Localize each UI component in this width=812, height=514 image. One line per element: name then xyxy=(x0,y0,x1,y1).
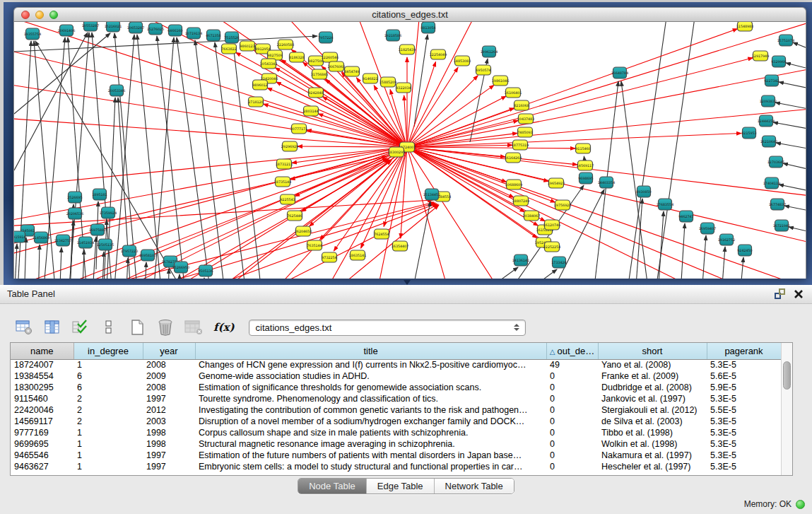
citation-edge-black[interactable] xyxy=(14,36,317,52)
table-cell[interactable]: 0 xyxy=(546,461,598,472)
graph-node[interactable]: 16354407 xyxy=(392,241,408,251)
graph-node[interactable]: 15216021 xyxy=(105,22,122,32)
graph-node[interactable]: 11456869 xyxy=(33,232,49,243)
graph-node[interactable]: 25266950 xyxy=(172,262,189,273)
graph-node[interactable]: 19756928 xyxy=(554,200,571,210)
graph-node[interactable]: 15134451 xyxy=(423,189,440,200)
table-cell[interactable]: Investigating the contribution of common… xyxy=(195,404,546,416)
graph-node[interactable]: 3915914 xyxy=(14,231,26,243)
citation-edge-red[interactable] xyxy=(407,29,738,147)
citation-edge-black[interactable] xyxy=(509,269,557,279)
graph-node[interactable]: 14403354 xyxy=(598,177,615,188)
graph-node[interactable]: 12254049 xyxy=(430,49,447,59)
graph-node[interactable]: 19861046 xyxy=(492,76,509,86)
window-titlebar[interactable]: citations_edges.txt xyxy=(13,7,806,22)
table-cell[interactable]: Tibbo et al. (1998) xyxy=(598,427,707,438)
graph-node[interactable]: 8186328 xyxy=(289,52,304,62)
table-row[interactable]: 2242004622012Investigating the contribut… xyxy=(11,404,781,416)
table-cell[interactable]: 19384554 xyxy=(11,370,73,382)
table-cell[interactable]: 9699695 xyxy=(11,438,73,450)
graph-node[interactable]: 7515526 xyxy=(224,32,239,43)
graph-node[interactable]: 18731211 xyxy=(276,159,293,169)
table-cell[interactable]: 9115460 xyxy=(11,393,73,404)
table-cell[interactable]: 5.6E-5 xyxy=(707,370,781,382)
table-cell[interactable]: 1997 xyxy=(143,393,195,404)
graph-node[interactable]: 22252254 xyxy=(543,242,560,252)
tab-edge-table[interactable]: Edge Table xyxy=(367,479,435,493)
citation-edge-black[interactable] xyxy=(779,82,806,90)
citation-edge-red[interactable] xyxy=(407,147,575,148)
graph-node[interactable]: 9698695 xyxy=(578,173,593,184)
graph-node[interactable]: 9227342 xyxy=(764,75,779,86)
table-cell[interactable]: 18300295 xyxy=(11,382,73,393)
table-cell[interactable]: 9465546 xyxy=(11,450,73,461)
graph-node[interactable]: 6466160 xyxy=(167,25,182,36)
citation-network-graph[interactable]: 1935575420691406105532871521602110653287… xyxy=(14,22,806,279)
table-cell[interactable]: Franke et al. (2009) xyxy=(598,370,707,382)
table-cell[interactable]: 0 xyxy=(546,438,598,450)
graph-node[interactable]: 20384067 xyxy=(523,211,540,221)
table-cell[interactable]: 5.5E-5 xyxy=(707,404,781,416)
graph-node[interactable]: 9225543 xyxy=(280,194,295,204)
graph-node[interactable]: 22260588 xyxy=(277,40,294,49)
splitter-collapse-handle[interactable] xyxy=(404,280,411,285)
column-header-name[interactable]: name xyxy=(11,343,73,359)
graph-node[interactable]: 7957224 xyxy=(318,32,333,43)
table-cell[interactable]: Disruption of a novel member of a sodium… xyxy=(195,416,546,427)
graph-node[interactable]: 9242848 xyxy=(308,88,323,98)
graph-node[interactable]: 16648784 xyxy=(611,67,628,78)
graph-node[interactable]: 17404119 xyxy=(763,177,780,189)
graph-node[interactable]: 18735144 xyxy=(274,177,291,187)
graph-node[interactable]: 19961264 xyxy=(481,46,498,57)
table-cell[interactable]: 5.3E-5 xyxy=(707,461,781,472)
citation-edge-black[interactable] xyxy=(789,227,806,234)
graph-node[interactable]: 7663822 xyxy=(221,44,236,54)
table-cell[interactable]: 0 xyxy=(546,370,598,382)
graph-node[interactable]: 18775319 xyxy=(512,140,529,150)
citation-edge-black[interactable] xyxy=(113,35,134,279)
graph-node[interactable]: 9115460 xyxy=(575,144,590,153)
table-cell[interactable]: 5.3E-5 xyxy=(707,450,781,461)
citation-edge-black[interactable] xyxy=(14,244,17,279)
graph-node[interactable]: 8813054 xyxy=(420,22,435,33)
table-row[interactable]: 1456911722003Disruption of a novel membe… xyxy=(11,416,781,427)
graph-node[interactable]: 2718120 xyxy=(248,97,263,107)
graph-node[interactable]: 30777171 xyxy=(290,124,307,134)
citation-edge-black[interactable] xyxy=(779,185,806,193)
graph-node[interactable]: 11825439 xyxy=(399,45,416,54)
citation-edge-black[interactable] xyxy=(701,235,706,279)
graph-node[interactable]: 10719134 xyxy=(185,28,202,39)
graph-node[interactable]: 19355754 xyxy=(24,28,41,40)
citation-edge-black[interactable] xyxy=(680,223,685,279)
graph-node[interactable]: 29296929 xyxy=(281,141,298,151)
graph-node[interactable]: 15885209 xyxy=(379,77,396,87)
graph-node[interactable]: 1895181 xyxy=(92,189,107,200)
table-cell[interactable]: de Silva et al. (2003) xyxy=(598,416,707,427)
graph-node[interactable]: 15751074 xyxy=(777,35,794,46)
graph-node[interactable]: 18807249 xyxy=(512,196,529,206)
graph-node[interactable]: 8454749 xyxy=(344,66,359,76)
graph-node[interactable]: 4671358 xyxy=(206,30,220,41)
table-row[interactable]: 1872400712008Changes of HCN gene express… xyxy=(11,359,781,370)
table-cell[interactable]: Changes of HCN gene expression and I(f) … xyxy=(195,359,546,370)
citation-edge-black[interactable] xyxy=(59,247,61,279)
close-panel-icon[interactable] xyxy=(794,289,804,299)
graph-node[interactable]: 12342757 xyxy=(54,235,71,246)
citation-edge-black[interactable] xyxy=(195,40,226,279)
graph-node[interactable]: 8930859 xyxy=(636,186,651,197)
graph-node[interactable]: 10437483 xyxy=(517,114,534,124)
graph-node[interactable]: 26676068 xyxy=(328,62,345,71)
table-cell[interactable]: 0 xyxy=(546,427,598,438)
column-header-out-degree[interactable]: △out_de… xyxy=(546,343,598,359)
table-cell[interactable]: 5.3E-5 xyxy=(707,359,781,370)
table-cell[interactable]: 9777169 xyxy=(11,427,73,438)
graph-node[interactable]: 7625446 xyxy=(287,211,302,221)
table-cell[interactable]: Nakamura et al. (1997) xyxy=(598,450,707,461)
table-cell[interactable]: Structural magnetic resonance image aver… xyxy=(195,438,546,450)
table-cell[interactable]: 14569117 xyxy=(11,416,73,427)
graph-node[interactable]: 10653287 xyxy=(127,22,144,33)
table-cell[interactable]: Estimation of the future numbers of pati… xyxy=(195,450,546,461)
table-cell[interactable]: Tourette syndrome. Phenomenology and cla… xyxy=(195,393,546,404)
table-cell[interactable]: 1997 xyxy=(143,450,195,461)
citation-edge-black[interactable] xyxy=(657,211,664,279)
